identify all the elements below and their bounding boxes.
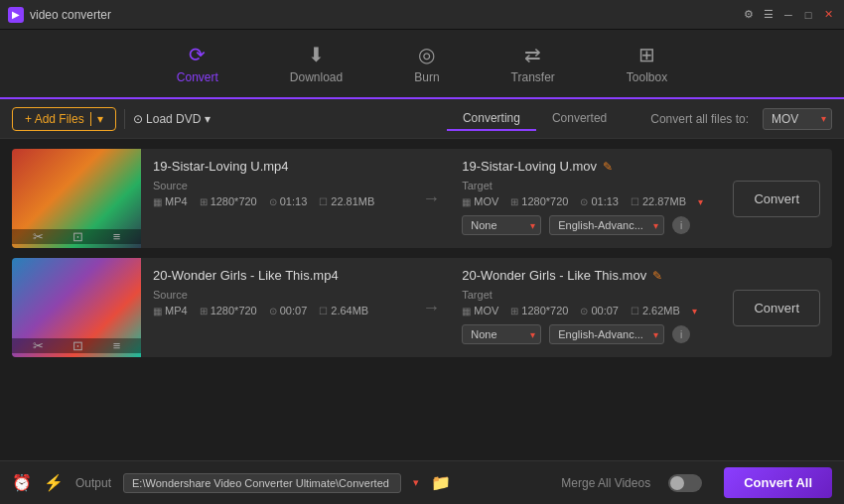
convert-all-format-select[interactable]: MOV MP4 AVI MKV (763, 108, 832, 130)
source-resolution: ⊞ 1280*720 (200, 305, 257, 316)
download-nav-icon: ⬇ (308, 43, 325, 66)
nav-transfer[interactable]: ⇄ Transfer (495, 35, 571, 92)
target-size-icon: ☐ (631, 306, 639, 316)
tab-converted[interactable]: Converted (536, 107, 623, 131)
target-settings-arrow[interactable]: ▾ (698, 196, 703, 207)
source-duration: ⊙ 00:07 (269, 305, 308, 316)
burn-nav-icon: ◎ (418, 43, 435, 66)
source-duration: ⊙ 01:13 (269, 195, 308, 207)
maximize-btn[interactable]: □ (800, 7, 816, 23)
minimize-btn[interactable]: ─ (780, 7, 796, 23)
target-resolution: ⊞ 1280*720 (510, 195, 568, 207)
crop-icon[interactable]: ⊡ (72, 229, 83, 244)
nav-burn[interactable]: ◎ Burn (398, 35, 455, 92)
target-info: 20-Wonder Girls - Like This.mov ✎ Target… (450, 258, 721, 357)
audio-select[interactable]: English-Advanc... (549, 215, 664, 235)
subtitle-select-wrapper: None ▾ (462, 215, 541, 235)
source-resolution-value: 1280*720 (211, 195, 257, 207)
close-btn[interactable]: ✕ (820, 7, 836, 23)
toolbar-divider (124, 109, 125, 129)
nav-toolbox[interactable]: ⊞ Toolbox (611, 35, 683, 92)
target-dur-value: 01:13 (591, 195, 619, 207)
target-format-icon: ▦ (462, 306, 471, 316)
effects-icon[interactable]: ≡ (113, 229, 121, 244)
tab-converting[interactable]: Converting (447, 107, 536, 131)
edit-icon[interactable]: ✎ (652, 269, 662, 283)
folder-icon[interactable]: 📁 (431, 473, 451, 492)
target-format-value: MOV (474, 195, 498, 207)
clock-icon[interactable]: ⏰ (12, 473, 32, 492)
convert-button[interactable]: Convert (733, 290, 820, 326)
target-res-value: 1280*720 (521, 195, 568, 207)
cut-icon[interactable]: ✂ (33, 229, 44, 244)
target-format-icon: ▦ (462, 196, 471, 207)
thumbnail-controls: ✂ ⊡ ≡ (12, 338, 141, 353)
transfer-nav-icon: ⇄ (524, 43, 541, 66)
title-bar-controls: ⚙ ☰ ─ □ ✕ (741, 7, 836, 23)
audio-select[interactable]: English-Advanc... (549, 324, 664, 344)
target-res-icon: ⊞ (510, 196, 518, 207)
file-thumbnail: ✂ ⊡ ≡ (12, 149, 141, 248)
title-bar-left: ▶ video converter (8, 7, 111, 23)
target-format: ▦ MOV (462, 305, 498, 316)
audio-select-wrapper: English-Advanc... ▾ (549, 324, 664, 344)
output-path-input[interactable] (123, 473, 401, 493)
subtitle-select[interactable]: None (462, 324, 541, 344)
file-card: ✂ ⊡ ≡ 20-Wonder Girls - Like This.mp4 So… (12, 258, 832, 357)
target-size-icon: ☐ (631, 196, 639, 207)
source-format-value: MP4 (165, 195, 188, 207)
crop-icon[interactable]: ⊡ (72, 338, 83, 353)
convert-all-button[interactable]: Convert All (724, 467, 832, 498)
target-name-row: 19-Sistar-Loving U.mov ✎ (462, 159, 709, 174)
file-card: ✂ ⊡ ≡ 19-Sistar-Loving U.mp4 Source ▦ MP… (12, 149, 832, 248)
info-button[interactable]: i (672, 325, 690, 343)
menu-title-btn[interactable]: ☰ (761, 7, 776, 23)
source-resolution: ⊞ 1280*720 (200, 195, 257, 207)
arrow-col: → (412, 258, 450, 357)
arrow-col: → (412, 149, 450, 248)
edit-icon[interactable]: ✎ (603, 160, 613, 174)
merge-toggle[interactable] (668, 474, 702, 492)
subtitle-select[interactable]: None (462, 215, 541, 235)
nav-bar: ⟳ Convert ⬇ Download ◎ Burn ⇄ Transfer ⊞… (0, 30, 844, 99)
source-label: Source (153, 289, 400, 301)
convert-button[interactable]: Convert (733, 181, 820, 217)
target-filename: 19-Sistar-Loving U.mov (462, 159, 597, 174)
target-size: ☐ 22.87MB (631, 195, 686, 207)
add-files-button[interactable]: + Add Files ▾ (12, 107, 116, 131)
cut-icon[interactable]: ✂ (33, 338, 44, 353)
add-files-dropdown-arrow[interactable]: ▾ (90, 112, 103, 126)
info-button[interactable]: i (672, 216, 690, 234)
toggle-knob (670, 476, 684, 490)
nav-convert[interactable]: ⟳ Convert (161, 35, 234, 92)
source-duration-value: 01:13 (280, 195, 308, 207)
convert-all-label: Convert all files to: (650, 112, 749, 126)
target-settings-arrow[interactable]: ▾ (692, 306, 697, 316)
target-size-value: 2.62MB (642, 305, 680, 316)
subtitle-select-wrapper: None ▾ (462, 324, 541, 344)
target-meta: ▦ MOV ⊞ 1280*720 ⊙ 01:13 ☐ 22.87MB ▾ (462, 195, 709, 207)
target-size: ☐ 2.62MB (631, 305, 680, 316)
format-row: None ▾ English-Advanc... ▾ i (462, 215, 709, 235)
target-dur-value: 00:07 (591, 305, 619, 316)
source-meta: ▦ MP4 ⊞ 1280*720 ⊙ 00:07 ☐ 2.64MB (153, 305, 400, 316)
target-meta: ▦ MOV ⊞ 1280*720 ⊙ 00:07 ☐ 2.62MB ▾ (462, 305, 709, 316)
effects-icon[interactable]: ≡ (113, 338, 121, 353)
output-arrow: ▾ (413, 476, 419, 489)
resolution-icon: ⊞ (200, 196, 208, 207)
source-meta: ▦ MP4 ⊞ 1280*720 ⊙ 01:13 ☐ 22.81MB (153, 195, 400, 207)
flash-icon[interactable]: ⚡ (44, 473, 64, 492)
source-size-value: 22.81MB (331, 195, 374, 207)
toolbox-nav-icon: ⊞ (638, 43, 655, 66)
nav-burn-label: Burn (414, 70, 439, 84)
source-size-value: 2.64MB (331, 305, 368, 316)
target-resolution: ⊞ 1280*720 (510, 305, 568, 316)
target-res-icon: ⊞ (510, 306, 518, 316)
load-dvd-button[interactable]: ⊙ Load DVD ▾ (133, 112, 211, 126)
nav-download[interactable]: ⬇ Download (274, 35, 358, 92)
size-icon: ☐ (319, 306, 328, 316)
settings-title-btn[interactable]: ⚙ (741, 7, 757, 23)
target-dur-icon: ⊙ (580, 196, 588, 207)
convert-nav-icon: ⟳ (189, 43, 206, 66)
source-label: Source (153, 180, 400, 191)
